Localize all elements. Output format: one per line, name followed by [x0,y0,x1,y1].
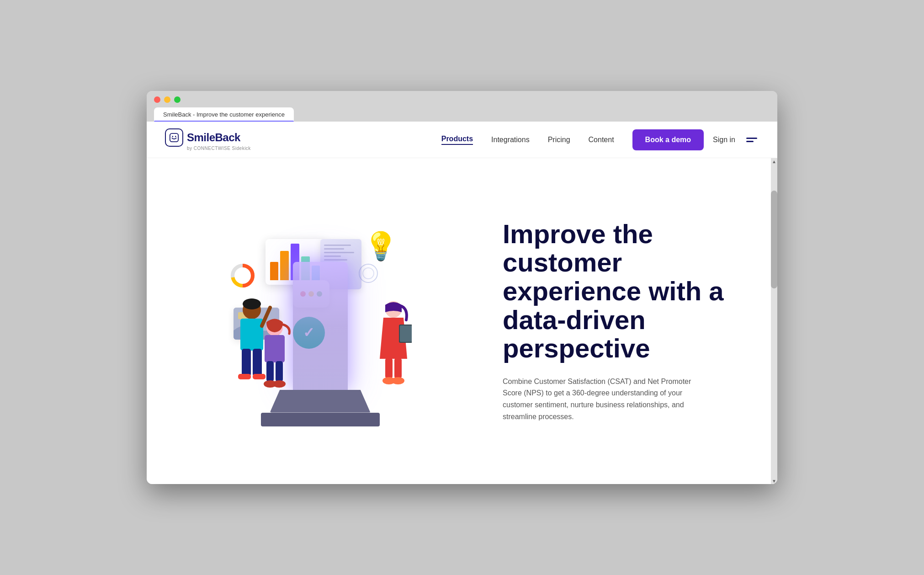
platform-base-2 [261,413,380,426]
navbar: SmileBack by CONNECTWISE Sidekick Produc… [147,122,777,158]
illustration-container: 💡 ✓ [202,202,439,440]
doc-line-4 [324,256,341,257]
donut-svg [229,262,256,289]
logo-subtitle: by CONNECTWISE Sidekick [187,146,251,151]
smileback-logo-svg [169,133,179,143]
doc-line-2 [324,248,344,250]
doc-line-1 [324,245,351,246]
float-lightbulb: 💡 [364,230,398,262]
chart-bar-2 [280,251,289,280]
scrollbar[interactable]: ▲ ▼ [771,158,777,484]
svg-rect-14 [242,349,251,376]
nav-actions: Book a demo Sign in [632,129,759,150]
tab-label: SmileBack - Improve the customer experie… [163,111,285,118]
logo-icon [165,128,183,147]
svg-rect-21 [276,361,283,382]
logo-area: SmileBack by CONNECTWISE Sidekick [165,128,251,151]
scrollbar-thumb[interactable] [771,191,777,288]
browser-tab[interactable]: SmileBack - Improve the customer experie… [154,107,294,122]
logo-top: SmileBack [165,128,251,147]
browser-chrome: SmileBack - Improve the customer experie… [147,91,777,122]
menu-hamburger-button[interactable] [744,136,759,144]
book-demo-button[interactable]: Book a demo [632,129,704,150]
hero-headline: Improve the customer experience with a d… [503,220,750,363]
hamburger-line-1 [746,138,757,139]
signin-button[interactable]: Sign in [713,136,735,144]
svg-rect-28 [394,358,402,378]
hero-section: 💡 ✓ [147,158,777,484]
doc-line-3 [324,252,355,253]
svg-point-7 [363,268,374,279]
svg-point-30 [392,377,404,384]
minimize-button[interactable] [164,96,170,103]
hero-text: Improve the customer experience with a d… [494,202,777,441]
person-2 [256,318,293,391]
svg-point-1 [172,136,173,137]
browser-window: SmileBack - Improve the customer experie… [147,91,777,484]
svg-point-6 [359,264,377,282]
svg-rect-0 [170,133,178,142]
person-2-svg [256,318,293,391]
platform-base [270,390,371,413]
svg-point-23 [273,380,286,388]
nav-products[interactable]: Products [441,135,473,145]
svg-point-2 [175,136,176,137]
nav-content[interactable]: Content [589,136,614,144]
nav-integrations[interactable]: Integrations [491,136,530,144]
hamburger-line-2 [746,141,754,142]
svg-rect-20 [266,361,274,382]
nav-links: Products Integrations Pricing Content [441,135,614,145]
svg-rect-19 [265,335,285,362]
close-button[interactable] [154,96,160,103]
svg-point-11 [243,298,261,309]
doc-line-5 [324,259,348,261]
svg-rect-26 [400,325,412,342]
scroll-down-arrow[interactable]: ▼ [771,478,777,484]
glowing-pillar [293,262,348,390]
svg-rect-27 [385,358,393,378]
person-3 [375,299,412,391]
float-rings [357,262,380,285]
hero-subtext: Combine Customer Satisfaction (CSAT) and… [503,376,695,422]
nav-pricing[interactable]: Pricing [548,136,570,144]
float-donut-chart [229,262,256,289]
browser-content: SmileBack by CONNECTWISE Sidekick Produc… [147,122,777,484]
svg-rect-16 [238,374,251,379]
maximize-button[interactable] [174,96,181,103]
tab-bar: SmileBack - Improve the customer experie… [154,107,770,122]
hero-illustration: 💡 ✓ [147,158,494,484]
rings-svg [357,262,380,285]
chart-bar-1 [270,262,279,280]
traffic-lights [154,96,770,103]
scroll-up-arrow[interactable]: ▲ [771,158,777,165]
person-3-svg [375,299,412,391]
logo-name: SmileBack [187,131,240,144]
